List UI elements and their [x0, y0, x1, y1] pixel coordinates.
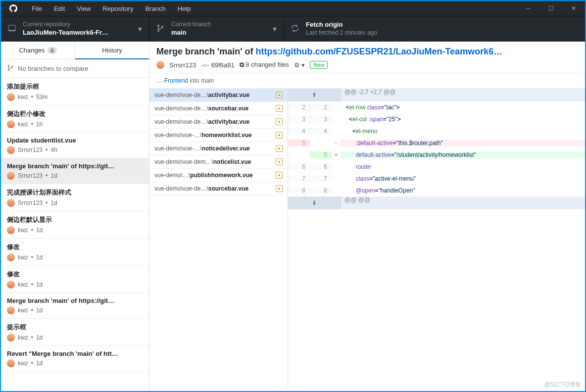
commit-header: Merge branch 'main' of https://github.co…	[149, 42, 585, 73]
sidebar: Changes6 History No branches to compare …	[1, 42, 149, 389]
github-logo	[1, 4, 26, 12]
file-path: vue-demo\vue-de…\sourcebar.vue	[154, 105, 273, 112]
commit-item[interactable]: 添加提示框kwz•53m	[1, 78, 149, 105]
menu-repository[interactable]: Repository	[97, 5, 139, 12]
menu-file[interactable]: File	[26, 5, 48, 12]
commit-item-title: 修改	[7, 243, 143, 251]
expand-down[interactable]: ⬇@@ @@	[288, 196, 585, 209]
file-item[interactable]: vue-demo\vue-de…\activitybar.vue●	[149, 89, 288, 102]
avatar	[7, 306, 15, 314]
commit-item-title: Revert "Merge branch 'main' of htt…	[7, 350, 143, 357]
chevron-down-icon: ▾	[263, 24, 277, 34]
commit-sha[interactable]: -○-69f6a91	[201, 61, 235, 69]
diff-line: 22 <el-row class="tac">	[288, 101, 585, 113]
commit-item-time: 1d	[36, 307, 43, 314]
expand-up[interactable]: ⬆@@ -2,7 +2,7 @@	[288, 89, 585, 101]
menu-help[interactable]: Help	[172, 5, 197, 12]
current-branch-button[interactable]: Current branchmain ▾	[149, 16, 284, 42]
avatar	[7, 334, 15, 342]
commit-item-title: 修改	[7, 270, 143, 279]
commit-item[interactable]: 提示框kwz•1d	[1, 319, 149, 346]
diff-view: ⬆@@ -2,7 +2,7 @@22 <el-row class="tac">3…	[288, 89, 585, 389]
commit-icon: -○-	[201, 61, 209, 69]
modified-icon: ●	[276, 105, 283, 112]
tab-changes[interactable]: Changes6	[1, 42, 75, 59]
commit-item[interactable]: 完成授课计划界面样式Srrsrr123•1d	[1, 184, 149, 211]
commit-item-title: 侧边栏小修改	[7, 109, 143, 118]
diff-line: 5+ default-active="/student/activity/hom…	[288, 149, 585, 161]
diff-line: 5- :default-active="this.$router.path"	[288, 137, 585, 149]
file-item[interactable]: vue-demo\vue-de…\sourcebar.vue●	[149, 182, 288, 196]
repo-icon	[8, 24, 16, 34]
file-item[interactable]: vue-demo\vue-de…\sourcebar.vue●	[149, 102, 288, 115]
menu-branch[interactable]: Branch	[139, 5, 171, 12]
changes-count: 6	[48, 47, 56, 54]
window-controls: ─ ☐ ✕	[517, 1, 585, 16]
commit-item-title: Merge branch 'main' of https://git…	[7, 297, 143, 304]
modified-icon: ●	[276, 132, 283, 139]
commit-item-author: Srrsrr123	[18, 172, 43, 179]
diff-line: 44 <el-menu	[288, 125, 585, 137]
file-item[interactable]: vue-demo\…\publishhomework.vue●	[149, 169, 288, 182]
menu-edit[interactable]: Edit	[48, 5, 71, 12]
commit-list: 添加提示框kwz•53m侧边栏小修改kwz•1hUpdate studentli…	[1, 78, 149, 389]
compare-branches-button[interactable]: No branches to compare	[1, 59, 149, 78]
commit-author: Srrsrr123	[169, 61, 196, 69]
commit-item[interactable]: Update studentlist.vueSrrsrr123•4h	[1, 133, 149, 158]
commit-item-author: kwz	[18, 227, 28, 234]
commit-description: …-Frontend into main	[149, 73, 585, 89]
commit-item-author: kwz	[18, 281, 28, 288]
commit-item[interactable]: 侧边栏默认显示kwz•1d	[1, 211, 149, 239]
fetch-sublabel: Last fetched 2 minutes ago	[306, 29, 377, 37]
current-repository-button[interactable]: Current repositoryLaoJiuMen-Teamwork6-Fr…	[1, 16, 149, 42]
commit-detail-pane: Merge branch 'main' of https://github.co…	[149, 42, 585, 389]
svg-point-5	[8, 65, 9, 66]
modified-icon: ●	[276, 185, 283, 192]
commit-item[interactable]: Revert "Merge branch 'main' of htt…kwz•1…	[1, 346, 149, 372]
file-path: vue-demo\vue-…\homeworklist.vue	[154, 132, 273, 139]
file-item[interactable]: vue-demo\vue-de…\activitybar.vue●	[149, 115, 288, 129]
commit-item-author: kwz	[18, 360, 28, 367]
commit-item-time: 53m	[36, 94, 48, 100]
file-path: vue-demo\vue-de…\activitybar.vue	[154, 92, 273, 98]
file-path: vue-demo\vue-de…\sourcebar.vue	[154, 185, 273, 192]
file-item[interactable]: vue-demo\vue-dem…\noticelist.vue●	[149, 155, 288, 169]
maximize-button[interactable]: ☐	[539, 1, 562, 16]
menu-view[interactable]: View	[71, 5, 97, 12]
commit-item-title: Update studentlist.vue	[7, 137, 143, 144]
file-path: vue-demo\vue-de…\activitybar.vue	[154, 118, 273, 125]
commit-item-time: 1d	[36, 360, 43, 367]
svg-point-3	[158, 30, 159, 31]
commit-item[interactable]: Merge branch 'main' of https://git…Srrsr…	[1, 158, 149, 184]
commit-item-time: 1d	[36, 227, 43, 234]
diff-line: 66 router	[288, 161, 585, 173]
branch-icon	[156, 24, 164, 34]
commit-item[interactable]: 修改kwz•1d	[1, 239, 149, 266]
commit-item-time: 1h	[36, 121, 43, 128]
commit-item[interactable]: 修改kwz•1d	[1, 266, 149, 293]
avatar	[7, 93, 15, 101]
avatar	[7, 281, 15, 289]
avatar	[7, 120, 15, 128]
tab-history[interactable]: History	[75, 42, 149, 59]
avatar	[7, 146, 15, 154]
modified-icon: ●	[276, 118, 283, 125]
close-button[interactable]: ✕	[562, 1, 585, 16]
commit-item-title: 提示框	[7, 323, 143, 332]
content: Changes6 History No branches to compare …	[1, 42, 585, 389]
commit-title-link[interactable]: https://github.com/FZUSESPR21/LaoJiuMen-…	[256, 47, 503, 56]
changed-files-button[interactable]: ⧉ 8 changed files	[240, 61, 289, 69]
file-item[interactable]: vue-demo\vue-…\homeworklist.vue●	[149, 129, 288, 142]
commit-item-author: kwz	[18, 307, 28, 314]
commit-item[interactable]: 侧边栏小修改kwz•1h	[1, 105, 149, 133]
file-item[interactable]: vue-demo\vue-…\noticedeliver.vue●	[149, 142, 288, 155]
avatar	[7, 359, 15, 367]
commit-item-time: 4h	[50, 147, 57, 153]
fetch-origin-button[interactable]: Fetch originLast fetched 2 minutes ago	[284, 16, 585, 42]
new-badge: New	[310, 61, 328, 69]
tab-history-label: History	[102, 47, 122, 54]
svg-point-6	[8, 69, 9, 71]
gear-icon[interactable]: ⚙ ▾	[294, 61, 305, 69]
minimize-button[interactable]: ─	[517, 1, 539, 16]
commit-item[interactable]: Merge branch 'main' of https://git…kwz•1…	[1, 293, 149, 319]
